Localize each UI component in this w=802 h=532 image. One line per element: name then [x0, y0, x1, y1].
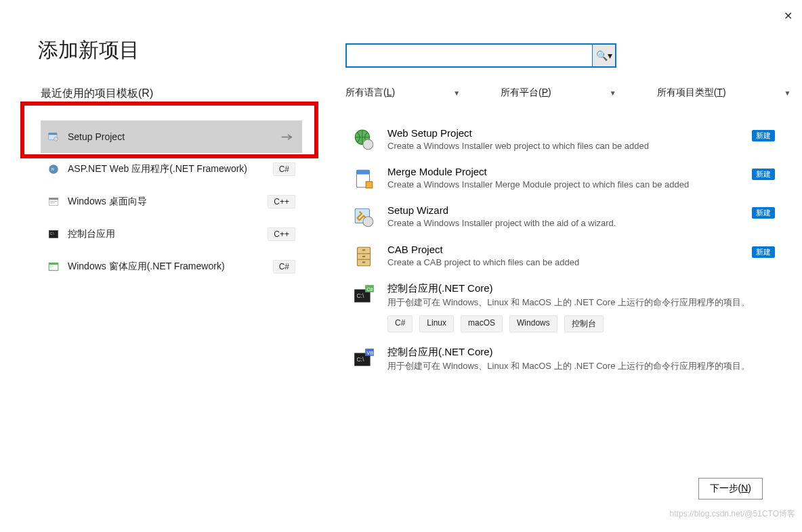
new-badge: 新建 — [752, 130, 775, 141]
template-item[interactable]: C:\C# 控制台应用(.NET Core) 用于创建可在 Windows、Li… — [352, 282, 759, 332]
svg-text:C:\: C:\ — [50, 232, 55, 236]
template-title: 控制台应用(.NET Core) — [387, 282, 759, 295]
svg-rect-7 — [50, 201, 57, 202]
language-badge: C++ — [268, 227, 295, 241]
recent-template-label: 控制台应用 — [68, 228, 259, 240]
new-badge: 新建 — [752, 246, 775, 258]
template-description: Create a CAB project to which files can … — [387, 257, 759, 269]
dialog-title: 添加新项目 — [38, 37, 140, 64]
template-title: Setup Wizard — [387, 204, 759, 216]
template-icon — [352, 167, 375, 190]
new-badge: 新建 — [752, 169, 775, 180]
svg-point-2 — [54, 137, 58, 141]
template-tag: Linux — [419, 315, 454, 332]
template-tags: C#LinuxmacOSWindows控制台 — [387, 315, 759, 332]
svg-text:C#: C# — [366, 286, 373, 292]
svg-rect-8 — [50, 202, 55, 203]
chevron-down-icon: ▼ — [784, 89, 791, 97]
template-description: Create a Windows Installer Merge Module … — [387, 179, 759, 191]
svg-rect-26 — [362, 261, 365, 263]
svg-rect-6 — [49, 198, 58, 200]
close-button[interactable]: ✕ — [784, 9, 793, 22]
template-title: Web Setup Project — [387, 127, 759, 139]
search-input[interactable] — [345, 43, 592, 68]
template-tag: Windows — [509, 315, 557, 332]
svg-rect-17 — [356, 170, 369, 174]
svg-rect-1 — [49, 133, 57, 135]
language-badge: C# — [273, 162, 295, 176]
svg-rect-18 — [366, 181, 373, 188]
template-icon — [352, 245, 375, 268]
template-description: 用于创建可在 Windows、Linux 和 MacOS 上的 .NET Cor… — [387, 296, 759, 309]
template-item[interactable]: Web Setup Project Create a Windows Insta… — [352, 127, 759, 152]
svg-rect-24 — [362, 249, 365, 250]
filter-project-type-label: 所有项目类型(T) — [657, 87, 726, 99]
svg-point-20 — [363, 217, 373, 227]
template-item[interactable]: CAB Project Create a CAB project to whic… — [352, 244, 759, 269]
template-item[interactable]: Setup Wizard Create a Windows Installer … — [352, 204, 759, 229]
recent-templates-list: Setup Project .N ASP.NET Web 应用程序(.NET F… — [41, 120, 302, 283]
svg-text:C:\: C:\ — [356, 356, 364, 363]
svg-text:C:\: C:\ — [356, 292, 364, 299]
templates-list: Web Setup Project Create a Windows Insta… — [352, 127, 759, 386]
recent-template-label: Windows 桌面向导 — [68, 196, 259, 208]
recent-template-label: ASP.NET Web 应用程序(.NET Framework) — [68, 163, 265, 175]
next-button[interactable]: 下一步(N) — [698, 478, 763, 500]
template-title: CAB Project — [387, 244, 759, 255]
recent-template-item[interactable]: Setup Project — [41, 120, 302, 153]
filter-platform-label: 所有平台(P) — [501, 87, 551, 99]
watermark-text: https://blog.csdn.net/@51CTO博客 — [670, 508, 795, 520]
pin-icon[interactable] — [280, 132, 295, 141]
template-icon — [352, 129, 375, 152]
filter-project-type[interactable]: 所有项目类型(T) ▼ — [657, 87, 791, 99]
template-icon: C# — [47, 261, 60, 273]
svg-text:VB: VB — [366, 350, 373, 356]
recent-template-item[interactable]: Windows 桌面向导 C++ — [41, 185, 302, 218]
chevron-down-icon: ▼ — [453, 89, 460, 97]
template-description: 用于创建可在 Windows、Linux 和 MacOS 上的 .NET Cor… — [387, 360, 759, 372]
language-badge: C++ — [268, 195, 295, 208]
template-icon: .N — [47, 163, 60, 175]
search-box: 🔍▾ — [345, 43, 616, 68]
svg-text:C#: C# — [49, 265, 54, 268]
recent-template-item[interactable]: .N ASP.NET Web 应用程序(.NET Framework) C# — [41, 153, 302, 185]
chevron-down-icon: ▼ — [610, 89, 616, 97]
template-tag: C# — [387, 315, 413, 332]
template-description: Create a Windows Installer project with … — [387, 217, 759, 229]
template-icon — [352, 206, 375, 229]
filter-platform[interactable]: 所有平台(P) ▼ — [501, 87, 616, 99]
language-badge: C# — [273, 260, 295, 273]
template-title: Merge Module Project — [387, 166, 759, 177]
template-tag: 控制台 — [564, 315, 604, 332]
filter-language[interactable]: 所有语言(L) ▼ — [345, 87, 460, 99]
template-tag: macOS — [461, 315, 503, 332]
template-description: Create a Windows Installer web project t… — [387, 140, 759, 152]
svg-point-15 — [363, 139, 373, 150]
template-title: 控制台应用(.NET Core) — [387, 346, 759, 359]
template-item[interactable]: C:\VB 控制台应用(.NET Core) 用于创建可在 Windows、Li… — [352, 346, 759, 372]
svg-text:.N: .N — [51, 167, 54, 171]
template-icon: C:\VB — [352, 347, 375, 370]
svg-rect-25 — [362, 256, 365, 257]
template-icon — [47, 196, 60, 208]
template-item[interactable]: Merge Module Project Create a Windows In… — [352, 166, 759, 191]
recent-template-label: Setup Project — [68, 131, 272, 142]
template-icon: C:\C# — [352, 284, 375, 307]
new-badge: 新建 — [752, 207, 775, 219]
recent-template-item[interactable]: C# Windows 窗体应用(.NET Framework) C# — [41, 250, 302, 283]
search-button[interactable]: 🔍▾ — [592, 43, 616, 68]
filter-bar: 所有语言(L) ▼ 所有平台(P) ▼ 所有项目类型(T) ▼ — [345, 87, 790, 99]
recent-template-label: Windows 窗体应用(.NET Framework) — [68, 261, 265, 273]
template-icon: C:\ — [47, 228, 60, 240]
template-icon — [47, 131, 60, 143]
recent-template-item[interactable]: C:\ 控制台应用 C++ — [41, 218, 302, 250]
recent-templates-label: 最近使用的项目模板(R) — [41, 87, 153, 101]
filter-language-label: 所有语言(L) — [345, 87, 395, 99]
